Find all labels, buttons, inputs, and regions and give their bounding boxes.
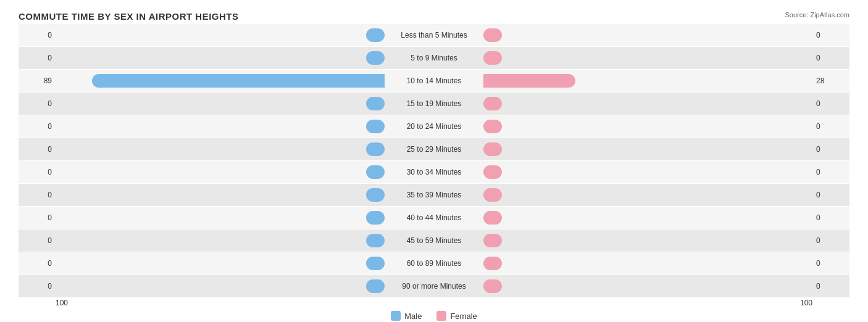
male-value: 0 xyxy=(19,122,56,131)
row-label: 5 to 9 Minutes xyxy=(385,54,483,62)
female-bar-container xyxy=(483,234,812,247)
axis-bottom: 100 100 xyxy=(19,299,849,307)
row-label: 40 to 44 Minutes xyxy=(385,213,483,222)
female-value: 0 xyxy=(812,31,849,39)
axis-left-label: 100 xyxy=(56,299,68,307)
female-bar xyxy=(483,188,502,202)
chart-container: COMMUTE TIME BY SEX IN AIRPORT HEIGHTS S… xyxy=(0,0,868,322)
female-bar-container xyxy=(483,142,812,156)
male-bar xyxy=(366,165,385,179)
female-bar xyxy=(483,279,502,293)
row-label: 45 to 59 Minutes xyxy=(385,236,483,245)
female-value: 0 xyxy=(812,168,849,176)
female-bar xyxy=(483,74,575,88)
table-row: 0Less than 5 Minutes0 xyxy=(19,24,849,46)
legend-female-label: Female xyxy=(450,312,477,321)
female-bar xyxy=(483,51,502,65)
female-bar xyxy=(483,165,502,179)
row-label: 10 to 14 Minutes xyxy=(385,76,483,85)
legend-male-label: Male xyxy=(404,312,422,321)
female-value: 0 xyxy=(812,236,849,245)
row-label: 35 to 39 Minutes xyxy=(385,191,483,199)
female-bar-container xyxy=(483,211,812,225)
male-bar xyxy=(366,97,385,110)
table-row: 035 to 39 Minutes0 xyxy=(19,184,849,206)
male-value: 0 xyxy=(19,168,56,176)
legend: Male Female xyxy=(19,311,849,321)
male-bar xyxy=(366,211,385,225)
axis-right-label: 100 xyxy=(800,299,812,307)
female-value: 0 xyxy=(812,145,849,154)
female-bar-container xyxy=(483,257,812,270)
male-bar-container xyxy=(56,234,385,247)
source-text: Source: ZipAtlas.com xyxy=(785,11,849,19)
female-value: 0 xyxy=(812,99,849,108)
female-bar-container xyxy=(483,28,812,42)
chart-rows-wrapper: 0Less than 5 Minutes005 to 9 Minutes0891… xyxy=(19,24,849,297)
row-label: 30 to 34 Minutes xyxy=(385,168,483,176)
legend-male-box xyxy=(391,311,401,321)
male-value: 0 xyxy=(19,54,56,62)
male-bar xyxy=(366,142,385,156)
row-label: 60 to 89 Minutes xyxy=(385,259,483,268)
table-row: 020 to 24 Minutes0 xyxy=(19,115,849,138)
male-value: 0 xyxy=(19,236,56,245)
male-bar-container xyxy=(56,188,385,202)
male-value: 0 xyxy=(19,282,56,291)
table-row: 015 to 19 Minutes0 xyxy=(19,93,849,115)
table-row: 090 or more Minutes0 xyxy=(19,275,849,297)
male-bar xyxy=(366,234,385,247)
male-bar-container xyxy=(56,28,385,42)
table-row: 045 to 59 Minutes0 xyxy=(19,229,849,252)
female-bar xyxy=(483,120,502,133)
female-value: 0 xyxy=(812,259,849,268)
male-bar xyxy=(366,120,385,133)
legend-female-box xyxy=(436,311,446,321)
male-bar-container xyxy=(56,51,385,65)
table-row: 05 to 9 Minutes0 xyxy=(19,47,849,69)
female-bar-container xyxy=(483,51,812,65)
male-value: 0 xyxy=(19,213,56,222)
female-value: 0 xyxy=(812,122,849,131)
legend-male: Male xyxy=(391,311,422,321)
legend-female: Female xyxy=(436,311,477,321)
table-row: 060 to 89 Minutes0 xyxy=(19,252,849,275)
male-bar xyxy=(366,188,385,202)
male-bar-container xyxy=(56,279,385,293)
male-bar xyxy=(366,257,385,270)
male-bar-container xyxy=(56,257,385,270)
row-label: 90 or more Minutes xyxy=(385,282,483,291)
female-bar-container xyxy=(483,74,812,88)
male-value: 0 xyxy=(19,191,56,199)
female-bar xyxy=(483,142,502,156)
male-value: 0 xyxy=(19,31,56,39)
female-bar-container xyxy=(483,279,812,293)
female-bar xyxy=(483,97,502,110)
male-bar xyxy=(92,74,385,88)
table-row: 8910 to 14 Minutes28 xyxy=(19,70,849,92)
female-value: 28 xyxy=(812,76,849,85)
female-bar xyxy=(483,257,502,270)
female-value: 0 xyxy=(812,54,849,62)
male-bar xyxy=(366,51,385,65)
male-value: 0 xyxy=(19,259,56,268)
female-bar xyxy=(483,234,502,247)
male-bar xyxy=(366,28,385,42)
male-value: 0 xyxy=(19,145,56,154)
row-label: 20 to 24 Minutes xyxy=(385,122,483,131)
female-bar xyxy=(483,211,502,225)
female-bar-container xyxy=(483,165,812,179)
male-value: 0 xyxy=(19,99,56,108)
row-label: Less than 5 Minutes xyxy=(385,31,483,39)
female-bar-container xyxy=(483,97,812,110)
table-row: 025 to 29 Minutes0 xyxy=(19,138,849,160)
male-bar xyxy=(366,279,385,293)
row-label: 15 to 19 Minutes xyxy=(385,99,483,108)
female-bar-container xyxy=(483,188,812,202)
female-value: 0 xyxy=(812,191,849,199)
chart-title: COMMUTE TIME BY SEX IN AIRPORT HEIGHTS xyxy=(19,11,849,22)
male-bar-container xyxy=(56,211,385,225)
row-label: 25 to 29 Minutes xyxy=(385,145,483,154)
male-value: 89 xyxy=(19,76,56,85)
female-bar-container xyxy=(483,120,812,133)
